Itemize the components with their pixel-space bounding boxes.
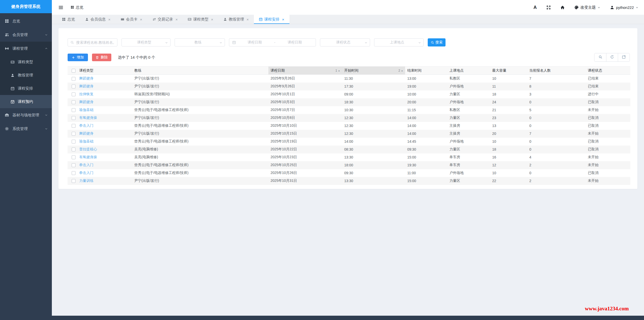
table-row[interactable]: 有氧健身操尹宁(出版/发行)2025年10月8日12:3014:00力量区230… <box>68 114 630 122</box>
close-icon[interactable]: × <box>282 18 284 21</box>
sidebar-item-course-management[interactable]: 课程管理 <box>0 42 52 55</box>
course-type-link[interactable]: 拳击入门 <box>79 163 94 167</box>
card-icon <box>121 18 124 21</box>
column-header-course-type[interactable]: 课程类型 <box>77 67 132 75</box>
refresh-button[interactable] <box>606 53 618 61</box>
course-type-link[interactable]: 普拉提核心 <box>79 147 97 151</box>
table-cell: 15:00 <box>405 177 447 185</box>
tab-course-schedule[interactable]: 课程安排× <box>254 15 289 24</box>
tab-member-info[interactable]: 会员信息× <box>80 15 116 24</box>
column-header-max-capacity[interactable]: 最大容量 <box>490 67 527 75</box>
course-type-link[interactable]: 拳击入门 <box>79 171 94 175</box>
sidebar-item-member-management[interactable]: 会员管理 <box>0 28 52 42</box>
sidebar-item-system-management[interactable]: 系统管理 <box>0 122 52 136</box>
sidebar-item-course-schedule[interactable]: 课程安排 <box>0 82 52 95</box>
tab-member-card[interactable]: 会员卡× <box>116 15 147 24</box>
row-checkbox[interactable] <box>72 132 75 136</box>
close-icon[interactable]: × <box>211 18 213 21</box>
row-checkbox[interactable] <box>72 100 75 104</box>
column-header-end-time[interactable]: 结束时间 <box>405 67 447 75</box>
fullscreen-button[interactable] <box>546 5 551 10</box>
column-header-coach[interactable]: 教练 <box>132 67 269 75</box>
row-checkbox[interactable] <box>72 124 75 128</box>
column-header-start-time[interactable]: 开始时间2▲ <box>342 67 405 75</box>
table-cell: 10 <box>490 75 527 83</box>
course-type-link[interactable]: 有氧健身操 <box>79 116 97 120</box>
course-status-select[interactable]: 课程状态 <box>320 38 370 46</box>
row-checkbox[interactable] <box>72 148 75 151</box>
search-button[interactable]: 搜索 <box>428 38 446 46</box>
chevron-down-icon <box>364 41 367 45</box>
sidebar-item-course-type[interactable]: 课程类型 <box>0 55 52 69</box>
close-icon[interactable]: × <box>108 18 111 21</box>
column-header-course-status[interactable]: 课程状态 <box>586 67 630 75</box>
table-row[interactable]: 拉伸恢复韩淑英(投资/理财顾问)2025年10月1日09:0010:00力量区1… <box>68 90 630 98</box>
table-row[interactable]: 普拉提核心吴亮(电脑维修)2025年10月22日08:3009:30力量区180… <box>68 146 630 153</box>
course-type-link[interactable]: 拳击入门 <box>79 123 94 127</box>
column-header-course-date[interactable]: 课程日期1▲ <box>268 67 342 75</box>
course-type-link[interactable]: 瑜伽基础 <box>79 108 94 112</box>
location-select-label: 上课地点 <box>377 40 417 45</box>
course-type-link[interactable]: 瑜伽基础 <box>79 139 94 143</box>
location-select[interactable]: 上课地点 <box>374 38 424 46</box>
table-row[interactable]: 力量训练尹宁(出版/发行)2025年10月31日13:3015:00力量区222… <box>68 177 630 185</box>
user-dropdown[interactable]: python222 <box>610 5 638 10</box>
table-row[interactable]: 拳击入门曾秀云(电子/电器维修工程师/技师)2025年10月10日12:3014… <box>68 122 630 130</box>
sidebar-item-coach-management[interactable]: 教练管理 <box>0 69 52 82</box>
breadcrumb[interactable]: 总览 <box>71 5 83 10</box>
tab-overview[interactable]: 总览 <box>57 15 80 24</box>
table-row[interactable]: 舞蹈健身尹宁(出版/发行)2025年10月3日18:3020:00户外场地240… <box>68 98 630 106</box>
row-checkbox[interactable] <box>72 92 75 96</box>
tab-coach-management[interactable]: 教练管理× <box>218 15 254 24</box>
close-icon[interactable]: × <box>176 18 178 21</box>
close-icon[interactable]: × <box>247 18 249 21</box>
table-row[interactable]: 舞蹈健身尹宁(出版/发行)2025年9月26日11:3013:00私教区107已… <box>68 75 630 83</box>
toggle-view-button[interactable] <box>618 53 630 61</box>
row-checkbox[interactable] <box>72 155 75 159</box>
course-type-link[interactable]: 拉伸恢复 <box>79 92 94 96</box>
row-checkbox[interactable] <box>72 108 75 112</box>
table-row[interactable]: 瑜伽基础曾秀云(电子/电器维修工程师/技师)2025年10月19日14:0014… <box>68 138 630 146</box>
coach-select[interactable]: 教练 <box>175 38 225 46</box>
tab-course-type[interactable]: 课程类型× <box>183 15 218 24</box>
delete-button[interactable]: 删除 <box>92 54 111 61</box>
course-type-select[interactable]: 课程类型 <box>121 38 171 46</box>
table-row[interactable]: 有氧健身操吴亮(电脑维修)2025年10月23日13:3015:00单车房164… <box>68 153 630 161</box>
font-size-button[interactable]: A <box>533 5 537 10</box>
date-range-picker[interactable]: 课程日期 - 课程日期 <box>229 38 316 46</box>
column-header-current-enrollment[interactable]: 当前报名人数 <box>527 67 586 75</box>
sidebar-item-course-booking[interactable]: 课程预约 <box>0 95 52 108</box>
close-icon[interactable]: × <box>140 18 142 21</box>
table-row[interactable]: 拳击入门曾秀云(电子/电器维修工程师/技师)2025年10月26日09:3011… <box>68 169 630 177</box>
theme-dropdown[interactable]: 改变主题 <box>574 5 600 10</box>
row-checkbox[interactable] <box>72 116 75 120</box>
home-button[interactable] <box>560 5 565 10</box>
select-all-header[interactable] <box>68 67 77 75</box>
row-checkbox[interactable] <box>72 140 75 143</box>
select-all-checkbox[interactable] <box>72 69 75 73</box>
search-input[interactable] <box>76 40 115 45</box>
course-type-link[interactable]: 有氧健身操 <box>79 155 97 159</box>
hamburger-menu-icon[interactable] <box>58 5 64 10</box>
table-row[interactable]: 舞蹈健身尹宁(出版/发行)2025年9月26日17:3019:00户外场地118… <box>68 83 630 90</box>
table-row[interactable]: 瑜伽基础曾秀云(电子/电器维修工程师/技师)2025年10月7日10:3011:… <box>68 106 630 114</box>
course-type-link[interactable]: 舞蹈健身 <box>79 131 94 135</box>
row-checkbox[interactable] <box>72 77 75 81</box>
column-header-location[interactable]: 上课地点 <box>447 67 490 75</box>
course-type-link[interactable]: 舞蹈健身 <box>79 84 94 88</box>
course-type-link[interactable]: 舞蹈健身 <box>79 76 94 80</box>
sidebar-item-overview[interactable]: 总览 <box>0 14 52 28</box>
course-type-link[interactable]: 力量训练 <box>79 179 94 183</box>
app-logo: 健身房管理系统 <box>0 0 52 13</box>
sidebar-item-equipment-venue-management[interactable]: 器材与场地管理 <box>0 108 52 122</box>
row-checkbox[interactable] <box>72 171 75 175</box>
toggle-search-button[interactable] <box>594 53 606 61</box>
row-checkbox[interactable] <box>72 179 75 183</box>
table-row[interactable]: 舞蹈健身尹宁(出版/发行)2025年10月15日12:3014:00主操房207… <box>68 130 630 138</box>
table-row[interactable]: 拳击入门曾秀云(电子/电器维修工程师/技师)2025年10月25日18:0019… <box>68 161 630 169</box>
row-checkbox[interactable] <box>72 85 75 88</box>
add-button[interactable]: 增加 <box>68 54 88 61</box>
row-checkbox[interactable] <box>72 163 75 167</box>
tab-transaction-records[interactable]: 交易记录× <box>147 15 183 24</box>
course-type-link[interactable]: 舞蹈健身 <box>79 100 94 104</box>
